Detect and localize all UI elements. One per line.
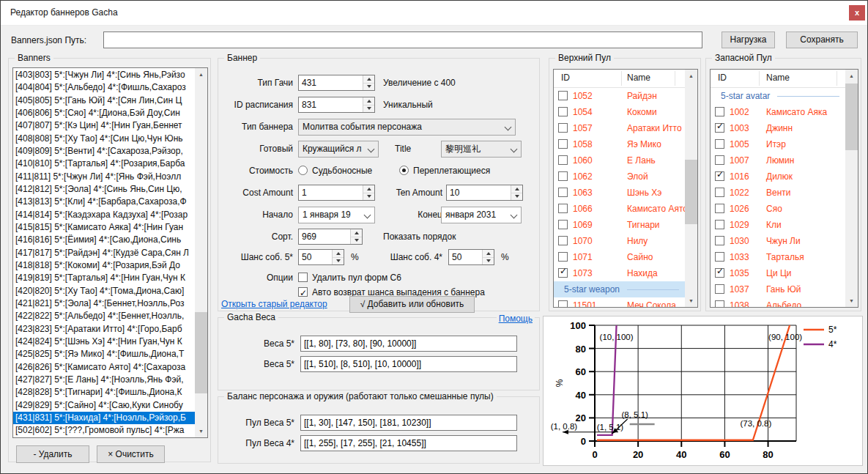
banner-list-item[interactable]: [427|827] 5*:[Е Лань] 4*:[Ноэлль,Янь Фэй… xyxy=(13,374,195,386)
spin-up-icon[interactable] xyxy=(515,188,519,190)
spin-up-icon[interactable] xyxy=(367,100,371,103)
pool-row[interactable]: 1058Яэ Мико xyxy=(554,136,685,152)
pool-row[interactable]: 1066Камисато Аято xyxy=(554,201,685,217)
scroll-down-icon[interactable]: ▼ xyxy=(195,425,207,437)
path-input[interactable] xyxy=(103,32,702,48)
checkbox-checked-icon[interactable] xyxy=(298,287,308,297)
help-link[interactable]: Помощь xyxy=(497,314,535,324)
spin-up-icon[interactable] xyxy=(367,188,371,190)
pool-weights5-input[interactable] xyxy=(300,415,517,431)
spin-up-icon[interactable] xyxy=(486,252,491,255)
radio-selected-icon[interactable] xyxy=(399,166,409,175)
banner-list-item[interactable]: [424|824] 5*:[Шэнь Хэ] 4*:[Нин Гуан,Чун … xyxy=(13,336,195,348)
checkbox-icon[interactable] xyxy=(558,220,568,229)
weights4-input[interactable] xyxy=(300,356,517,372)
scroll-thumb[interactable] xyxy=(685,160,697,223)
checkbox-icon[interactable] xyxy=(558,139,568,149)
banner-type-combo[interactable]: Молитва события персонажа xyxy=(298,119,516,136)
pool-row[interactable]: 1038Альбедо xyxy=(711,297,845,307)
checkbox-icon[interactable] xyxy=(558,155,568,165)
pool-row[interactable]: 1073Нахида xyxy=(554,265,685,281)
banner-list-item[interactable]: [414|814] 5*:[Каэдэхара Кадзуха] 4*:[Роз… xyxy=(13,209,195,221)
spinner-buttons[interactable] xyxy=(482,250,494,264)
checkbox-icon[interactable] xyxy=(558,123,568,133)
checkbox-icon[interactable] xyxy=(558,107,568,116)
pool-row[interactable]: 1003Джинн xyxy=(711,120,845,136)
upper-pool-list[interactable]: ID Name 1052Райдэн1054Кокоми1057Аратаки … xyxy=(553,69,698,308)
spinner-buttons[interactable] xyxy=(363,97,374,112)
save-button[interactable]: Сохранять xyxy=(786,32,858,48)
pool-row[interactable]: 1054Кокоми xyxy=(554,104,685,120)
chance4-spinner[interactable]: 50 xyxy=(448,249,494,265)
scroll-down-icon[interactable]: ▼ xyxy=(845,295,858,307)
scroll-down-icon[interactable]: ▼ xyxy=(685,295,697,307)
banner-list-item[interactable]: [421|821] 5*:[Эола] 4*:[Беннет,Ноэлль,Ро… xyxy=(13,297,195,310)
ten-amount-spinner[interactable]: 10 xyxy=(446,185,523,201)
pool-row[interactable]: 1030Чжун Ли xyxy=(711,233,845,249)
spin-down-icon[interactable] xyxy=(367,85,371,88)
pool-row[interactable]: 1057Аратаки Итто xyxy=(554,120,685,136)
checkbox-icon[interactable] xyxy=(558,252,568,262)
banners-listbox[interactable]: [403|803] 5*:[Чжун Ли] 4*:[Синь Янь,Рэйз… xyxy=(12,67,208,438)
banner-list-item[interactable]: [413|813] 5*:[Кли] 4*:[Барбара,Сахароза,… xyxy=(13,196,195,208)
spin-down-icon[interactable] xyxy=(367,195,371,198)
spinner-buttons[interactable] xyxy=(363,75,374,90)
end-date-combo[interactable]: января 2031 xyxy=(441,207,522,223)
cost-amount-spinner[interactable]: 1 xyxy=(298,185,375,201)
pool-row[interactable]: 1022Венти xyxy=(711,185,845,201)
schedule-id-spinner[interactable]: 831 xyxy=(298,97,375,113)
upper-pool-scrollbar[interactable]: ▲ ▼ xyxy=(685,70,697,307)
banner-list-item[interactable]: [502|602] 5*:[???,Громовой пульс] 4*:[Рж… xyxy=(13,424,195,437)
scroll-up-icon[interactable]: ▲ xyxy=(195,68,207,81)
cost-radio-intertwined[interactable]: Переплетающиеся xyxy=(399,163,490,179)
chance5-spinner[interactable]: 50 xyxy=(298,249,344,265)
banner-list-item[interactable]: [419|819] 5*:[Тарталья] 4*:[Нин Гуан,Чун… xyxy=(13,272,195,284)
banner-list-item[interactable]: [429|829] 5*:[Сайно] 4*:[Саю,Куки Синобу xyxy=(13,399,195,412)
begin-date-combo[interactable]: 1 января 19 xyxy=(298,207,375,223)
cost-radio-fate[interactable]: Судьбоносные xyxy=(298,163,372,179)
banner-list-item[interactable]: [418|818] 5*:[Кокоми] 4*:[Розария,Бэй До xyxy=(13,259,195,272)
pool-row[interactable]: 1033Тарталья xyxy=(711,249,845,265)
spinner-buttons[interactable] xyxy=(363,185,374,200)
checkbox-icon[interactable] xyxy=(558,300,568,307)
scroll-up-icon[interactable]: ▲ xyxy=(685,70,697,82)
clear-banners-button[interactable]: × Очистить xyxy=(97,445,165,463)
spinner-buttons[interactable] xyxy=(350,229,362,244)
pool-row[interactable]: 1062Элой xyxy=(554,169,685,185)
banner-list-item[interactable]: [410|810] 5*:[Тарталья] 4*:[Розария,Барб… xyxy=(13,158,195,170)
checkbox-icon[interactable] xyxy=(715,252,724,262)
pool-row[interactable]: 1069Тигнари xyxy=(554,217,685,233)
checkbox-icon[interactable] xyxy=(715,204,724,213)
pool-row[interactable]: 1071Сайно xyxy=(554,249,685,265)
checkbox-icon[interactable] xyxy=(715,155,724,165)
pool-row[interactable]: 1070Нилу xyxy=(554,233,685,249)
banner-list-item[interactable]: [422|822] 5*:[Альбедо] 4*:[Беннет,Ноэлль… xyxy=(13,310,195,322)
banner-list-item[interactable]: [411|811] 5*:[Чжун Ли] 4*:[Янь Фэй,Ноэлл xyxy=(13,171,195,183)
spinner-buttons[interactable] xyxy=(332,250,344,264)
checkbox-checked-icon[interactable] xyxy=(715,123,724,133)
banner-list-item[interactable]: [409|809] 5*:[Венти] 4*:[Сахароза,Рэйзор… xyxy=(13,145,195,158)
checkbox-checked-icon[interactable] xyxy=(715,171,724,181)
pool-row[interactable]: 1035Ци Ци xyxy=(711,265,845,281)
checkbox-icon[interactable] xyxy=(558,204,568,213)
title-combo[interactable]: 黎明巡礼 xyxy=(441,141,522,158)
spin-down-icon[interactable] xyxy=(355,239,359,242)
banner-list-item[interactable]: [405|805] 5*:[Гань Юй] 4*:[Сян Лин,Син Ц xyxy=(13,95,195,107)
delete-banner-button[interactable]: - Удалить xyxy=(16,445,89,463)
pool-row[interactable]: 11501Меч Сокола xyxy=(554,297,685,307)
add-update-button[interactable]: √ Добавить или обновить xyxy=(349,296,475,313)
spinner-buttons[interactable] xyxy=(511,185,522,200)
banner-list-item[interactable]: [431|831] 5*:[Нахида] 4*:[Ноэлль,Рэйзор,… xyxy=(13,412,195,424)
scroll-thumb[interactable] xyxy=(845,84,858,150)
banner-list-item[interactable]: [415|815] 5*:[Камисато Аяка] 4*:[Нин Гуа… xyxy=(13,221,195,234)
banner-list-item[interactable]: [406|806] 5*:[Сяо] 4*:[Диона,Бэй Доу,Син xyxy=(13,107,195,119)
checkbox-icon[interactable] xyxy=(715,139,724,149)
pool-row[interactable]: 1005Итэр xyxy=(711,136,845,152)
pool-row[interactable]: 1052Райдэн xyxy=(554,88,685,104)
banner-list-item[interactable]: [423|823] 5*:[Аратаки Итто] 4*:[Горо,Бар… xyxy=(13,323,195,336)
scroll-thumb[interactable] xyxy=(195,312,207,393)
checkbox-icon[interactable] xyxy=(715,220,724,229)
spin-down-icon[interactable] xyxy=(367,107,371,110)
close-button[interactable]: x xyxy=(849,5,865,21)
banner-list-item[interactable]: [417|817] 5*:[Райдэн] 4*:[Кудзё Сара,Сян… xyxy=(13,247,195,259)
